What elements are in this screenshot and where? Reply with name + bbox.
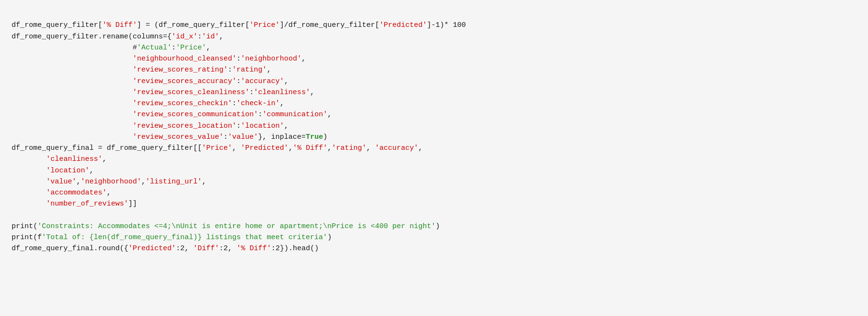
- code-line: 'review_scores_location':'location',: [12, 121, 856, 132]
- code-line: df_rome_query_final.round({'Predicted':2…: [12, 243, 856, 254]
- code-line: 'number_of_reviews']]: [12, 198, 856, 209]
- code-line: 'review_scores_rating':'rating',: [12, 64, 856, 75]
- code-block: df_rome_query_filter['% Diff'] = (df_rom…: [12, 9, 856, 255]
- code-line: 'review_scores_value':'value'}, inplace=…: [12, 132, 856, 143]
- code-line: 'review_scores_communication':'communica…: [12, 109, 856, 120]
- code-line: [12, 210, 856, 221]
- code-line: print(f'Total of: {len(df_rome_query_fin…: [12, 232, 856, 243]
- code-line: 'value','neighborhood','listing_url',: [12, 176, 856, 187]
- code-line: 'review_scores_cleanliness':'cleanliness…: [12, 87, 856, 98]
- code-line: #'Actual':'Price',: [12, 42, 856, 53]
- code-line: 'cleanliness',: [12, 154, 856, 165]
- code-line: 'review_scores_checkin':'check-in',: [12, 98, 856, 109]
- code-line: 'neighbourhood_cleansed':'neighborhood',: [12, 53, 856, 64]
- code-line: 'review_scores_accuracy':'accuracy',: [12, 76, 856, 87]
- code-line: df_rome_query_filter['% Diff'] = (df_rom…: [12, 20, 856, 31]
- code-line: 'accommodates',: [12, 187, 856, 198]
- code-line: df_rome_query_filter.rename(columns={'id…: [12, 31, 856, 42]
- code-line: print('Constraints: Accommodates <=4;\nU…: [12, 221, 856, 232]
- code-line: df_rome_query_final = df_rome_query_filt…: [12, 143, 856, 154]
- code-line: 'location',: [12, 165, 856, 176]
